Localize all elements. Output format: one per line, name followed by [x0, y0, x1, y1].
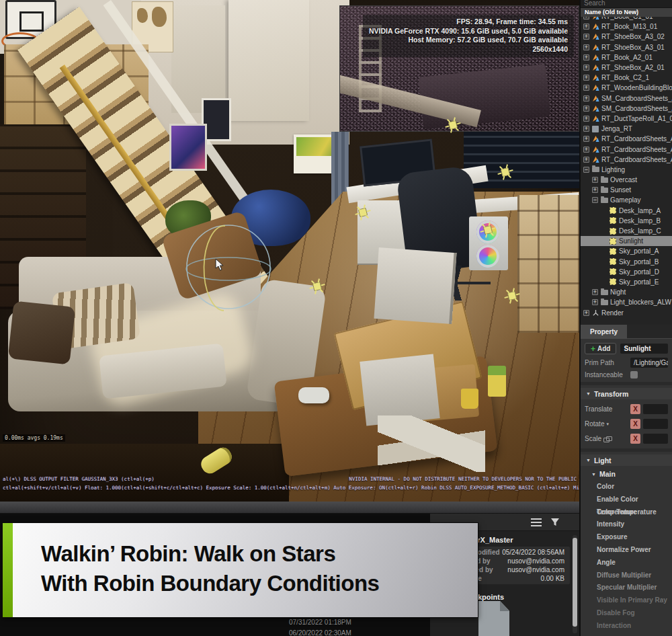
expander-plus-icon[interactable]: +: [583, 126, 589, 132]
expander-plus-icon[interactable]: +: [583, 116, 589, 122]
stage-tree-item[interactable]: +SM_CardboardSheets_A: [581, 104, 672, 114]
light-gizmo-icon[interactable]: [310, 280, 324, 293]
viewport-bottom-toolbar: [0, 502, 579, 514]
expander-plus-icon[interactable]: +: [592, 177, 598, 183]
stage-tree-item[interactable]: +RT_Book_C2_1: [581, 73, 672, 83]
stage-tree-item[interactable]: Sunlight: [581, 236, 672, 246]
expander-plus-icon[interactable]: +: [583, 44, 589, 50]
stage-tree-item[interactable]: +RT_ShoeBox_A3_02: [581, 32, 672, 42]
expander-plus-icon[interactable]: +: [583, 65, 589, 71]
stage-tree-item[interactable]: +RT_Book_A2_01: [581, 52, 672, 63]
banner-title-line1: Walkin’ Robin: Walk on Stars: [41, 539, 478, 569]
filter-icon[interactable]: [550, 517, 560, 528]
tree-item-label: Sky_portal_D: [619, 268, 659, 276]
stats-line: Host Memory: 57.2 GiB used, 70.7 GiB ava…: [369, 36, 568, 45]
transform-value-field[interactable]: [643, 419, 668, 429]
instanceable-checkbox[interactable]: [630, 371, 638, 379]
stage-tree-item[interactable]: Sky_portal_E: [581, 277, 672, 287]
clear-transform-button[interactable]: X: [630, 434, 640, 444]
expander-plus-icon[interactable]: +: [583, 75, 589, 81]
dropdown-caret-icon[interactable]: ▾: [606, 422, 609, 427]
light-gizmo-icon[interactable]: [446, 118, 460, 132]
stage-tree-item[interactable]: Sky_portal_A: [581, 246, 672, 256]
stage-tree-item[interactable]: +RT_ShoeBox_A3_01: [581, 42, 672, 52]
stage-column-header[interactable]: Name (Old to New): [581, 8, 672, 17]
light-main-subheader[interactable]: ▼ Main: [585, 466, 668, 481]
banner-body: Walkin’ Robin: Walk on Stars With Robin …: [13, 523, 478, 617]
stage-tree-item[interactable]: +Night: [581, 287, 672, 297]
expander-minus-icon[interactable]: −: [592, 197, 598, 203]
expander-plus-icon[interactable]: +: [583, 157, 589, 163]
stage-tree-item[interactable]: +Jenga_RT: [581, 124, 672, 134]
title-banner: Walkin’ Robin: Walk on Stars With Robin …: [2, 522, 478, 618]
viewport-3d[interactable]: FPS: 28.94, Frame time: 34.55 msNVIDIA G…: [0, 0, 579, 502]
expander-plus-icon[interactable]: +: [592, 299, 598, 305]
search-input[interactable]: Search: [581, 0, 672, 8]
stage-tree-item[interactable]: Desk_lamp_C: [581, 226, 672, 236]
expander-plus-icon[interactable]: +: [592, 289, 598, 295]
stage-tree-item[interactable]: +RT_Book_M13_01: [581, 22, 672, 32]
stage-tree-item[interactable]: +RT_CardboardSheets_A1: [581, 155, 672, 165]
prim-name-field[interactable]: Sunlight: [620, 344, 668, 354]
scale-link-icon[interactable]: [603, 436, 612, 442]
light-section-header[interactable]: ▼ Light: [581, 454, 672, 466]
add-property-button[interactable]: + Add: [585, 343, 616, 354]
file-detail-value: nusov@nvidia.com: [507, 557, 564, 565]
list-view-icon[interactable]: [531, 518, 542, 526]
stage-tree-item[interactable]: −Lighting: [581, 165, 672, 175]
expander-plus-icon[interactable]: +: [583, 24, 589, 30]
stage-tree-item[interactable]: Desk_lamp_B: [581, 216, 672, 226]
console-line2: ctl+al(+shift+v/ctl+al(+v) Float: 1.000(…: [0, 483, 579, 492]
expander-plus-icon[interactable]: +: [583, 34, 589, 40]
stage-tree-item[interactable]: +Overcast: [581, 175, 672, 185]
light-gizmo-icon[interactable]: [499, 165, 512, 179]
prim-path-field[interactable]: /Lighting/Ga: [630, 358, 668, 368]
xform-icon: [591, 114, 599, 122]
stage-tree-item[interactable]: +RT_WoodenBuildingBloc: [581, 83, 672, 93]
tree-item-label: RT_CardboardSheets_A1: [601, 135, 672, 143]
stage-tree-item[interactable]: +RT_CardboardSheets_A1: [581, 144, 672, 154]
stage-tree-item[interactable]: Sky_portal_D: [581, 267, 672, 277]
stage-tree-item[interactable]: +RT_ShoeBox_A2_01: [581, 63, 672, 73]
transform-value-field[interactable]: [643, 404, 668, 414]
expander-plus-icon[interactable]: +: [583, 147, 589, 153]
expander-plus-icon[interactable]: +: [583, 136, 589, 142]
clear-transform-button[interactable]: X: [630, 404, 640, 414]
stage-tree-item[interactable]: +SM_CardboardSheets_A: [581, 93, 672, 104]
stage-tree-item[interactable]: Desk_lamp_A: [581, 206, 672, 216]
stage-tree-item[interactable]: +Render: [581, 307, 672, 317]
stage-tree-item[interactable]: +RT_DuctTapeRoll_A1_01: [581, 114, 672, 124]
stage-tree-item[interactable]: +Sunset: [581, 185, 672, 195]
light-gizmo-icon[interactable]: [356, 206, 370, 219]
transform-row-translate: TranslateX: [585, 404, 668, 414]
transform-row-rotate: Rotate▾X: [585, 419, 668, 429]
clear-transform-button[interactable]: X: [630, 419, 640, 429]
light-gizmo-icon[interactable]: [481, 223, 495, 237]
expander-plus-icon[interactable]: +: [583, 106, 589, 112]
transform-section-header[interactable]: ▼ Transform: [581, 388, 672, 399]
expander-minus-icon[interactable]: −: [583, 167, 589, 173]
expander-plus-icon[interactable]: +: [592, 187, 598, 193]
expander-plus-icon[interactable]: +: [583, 95, 589, 102]
expander-plus-icon[interactable]: +: [583, 85, 589, 91]
file-icon[interactable]: [478, 601, 509, 636]
map-continent: [152, 7, 167, 27]
tab-property[interactable]: Property: [581, 325, 627, 339]
floor-shadow: [0, 444, 289, 502]
light-gizmo-icon[interactable]: [505, 289, 519, 303]
xform-icon: [591, 104, 599, 112]
expander-plus-icon[interactable]: +: [583, 310, 589, 316]
xform-icon: [591, 53, 599, 61]
folder-icon: [600, 186, 608, 194]
content-browser-scrollbar[interactable]: [573, 535, 577, 633]
stage-tree-item[interactable]: Sky_portal_B: [581, 257, 672, 267]
stage-tree-item[interactable]: −Gameplay: [581, 195, 672, 205]
tree-item-label: Sky_portal_A: [619, 247, 659, 255]
transform-value-field[interactable]: [643, 434, 668, 444]
instanceable-label: Instanceable: [585, 371, 626, 379]
expander-plus-icon[interactable]: +: [583, 54, 589, 61]
xform-icon: [591, 135, 599, 143]
stage-tree-item[interactable]: +Light_blockers_ALW: [581, 297, 672, 307]
rotation-gizmo[interactable]: [178, 216, 279, 317]
stage-tree-item[interactable]: +RT_CardboardSheets_A1: [581, 134, 672, 144]
